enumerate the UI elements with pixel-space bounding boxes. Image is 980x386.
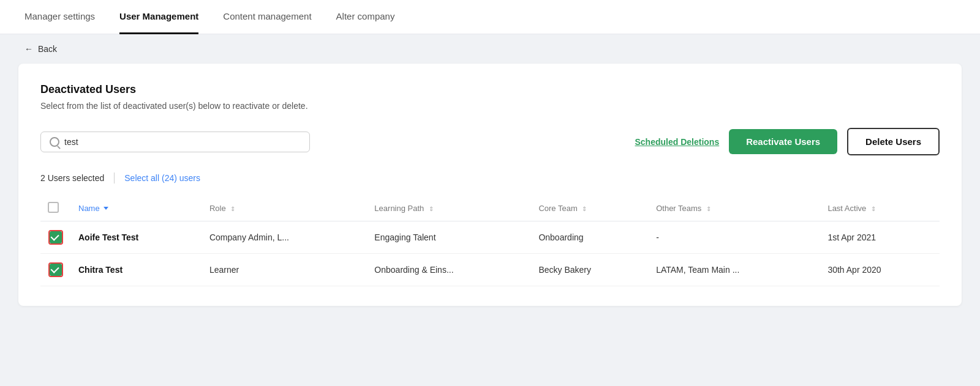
row-name-0: Aoife Test Test xyxy=(71,221,202,254)
row-role-1: Learner xyxy=(202,254,367,286)
selection-row: 2 Users selected Select all (24) users xyxy=(40,173,940,186)
core-team-sort-icon: ⇕ xyxy=(582,206,587,212)
back-button[interactable]: ← Back xyxy=(24,44,956,54)
scheduled-deletions-link[interactable]: Scheduled Deletions xyxy=(635,137,719,147)
nav-item-content-management[interactable]: Content management xyxy=(223,0,311,34)
back-label: Back xyxy=(38,44,57,54)
table-header-row: Name Role ⇕ Learning Path ⇕ Core Team ⇕ xyxy=(40,196,940,221)
card-title: Deactivated Users xyxy=(40,83,940,96)
table-header-other-teams[interactable]: Other Teams ⇕ xyxy=(649,196,820,221)
role-col-label: Role xyxy=(209,204,226,213)
table-body: Aoife Test TestCompany Admin, L...Engagi… xyxy=(40,221,940,286)
name-sort-icon xyxy=(104,207,108,210)
table-header-core-team[interactable]: Core Team ⇕ xyxy=(531,196,649,221)
core-team-col-label: Core Team xyxy=(538,204,577,213)
table-header-name: Name xyxy=(71,196,202,221)
reactivate-users-button[interactable]: Reactivate Users xyxy=(729,129,837,154)
learning-path-sort-icon: ⇕ xyxy=(429,206,434,212)
row-other-teams-0: - xyxy=(649,221,820,254)
row-checkbox-checked-1[interactable] xyxy=(48,262,63,277)
table-row: Chitra TestLearnerOnboarding & Eins...Be… xyxy=(40,254,940,286)
last-active-sort-icon: ⇕ xyxy=(871,206,876,212)
other-teams-col-label: Other Teams xyxy=(656,204,701,213)
last-active-col-label: Last Active xyxy=(827,204,866,213)
learning-path-col-label: Learning Path xyxy=(374,204,424,213)
search-wrapper xyxy=(40,132,310,152)
row-learning-path-0: Engaging Talent xyxy=(367,221,531,254)
top-nav: Manager settings User Management Content… xyxy=(0,0,980,34)
back-section: ← Back xyxy=(0,34,980,64)
table-header-learning-path[interactable]: Learning Path ⇕ xyxy=(367,196,531,221)
search-icon xyxy=(50,137,59,147)
row-checkbox-cell-0 xyxy=(40,221,71,254)
toolbar: Scheduled Deletions Reactivate Users Del… xyxy=(40,128,940,155)
users-table: Name Role ⇕ Learning Path ⇕ Core Team ⇕ xyxy=(40,196,940,286)
row-last-active-1: 30th Apr 2020 xyxy=(820,254,940,286)
role-sort-icon: ⇕ xyxy=(230,206,235,212)
main-card: Deactivated Users Select from the list o… xyxy=(18,64,962,306)
row-role-0: Company Admin, L... xyxy=(202,221,367,254)
row-checkbox-cell-1 xyxy=(40,254,71,286)
table-header-role[interactable]: Role ⇕ xyxy=(202,196,367,221)
delete-users-button[interactable]: Delete Users xyxy=(847,128,940,155)
row-name-1: Chitra Test xyxy=(71,254,202,286)
name-col-label: Name xyxy=(78,204,100,213)
back-arrow-icon: ← xyxy=(24,44,33,54)
table-row: Aoife Test TestCompany Admin, L...Engagi… xyxy=(40,221,940,254)
selection-divider xyxy=(114,173,115,184)
card-subtitle: Select from the list of deactivated user… xyxy=(40,101,940,111)
search-input[interactable] xyxy=(64,137,301,147)
selection-count: 2 Users selected xyxy=(40,173,104,183)
row-checkbox-checked-0[interactable] xyxy=(48,230,63,245)
row-last-active-0: 1st Apr 2021 xyxy=(820,221,940,254)
other-teams-sort-icon: ⇕ xyxy=(706,206,711,212)
header-checkbox[interactable] xyxy=(48,202,59,213)
table-header-last-active[interactable]: Last Active ⇕ xyxy=(820,196,940,221)
nav-item-user-management[interactable]: User Management xyxy=(119,0,198,34)
row-other-teams-1: LATAM, Team Main ... xyxy=(649,254,820,286)
select-all-link[interactable]: Select all (24) users xyxy=(124,173,200,183)
row-core-team-0: Onboarding xyxy=(531,221,649,254)
nav-item-manager-settings[interactable]: Manager settings xyxy=(24,0,95,34)
row-core-team-1: Becky Bakery xyxy=(531,254,649,286)
nav-item-alter-company[interactable]: Alter company xyxy=(336,0,395,34)
row-learning-path-1: Onboarding & Eins... xyxy=(367,254,531,286)
table-header-checkbox xyxy=(40,196,71,221)
